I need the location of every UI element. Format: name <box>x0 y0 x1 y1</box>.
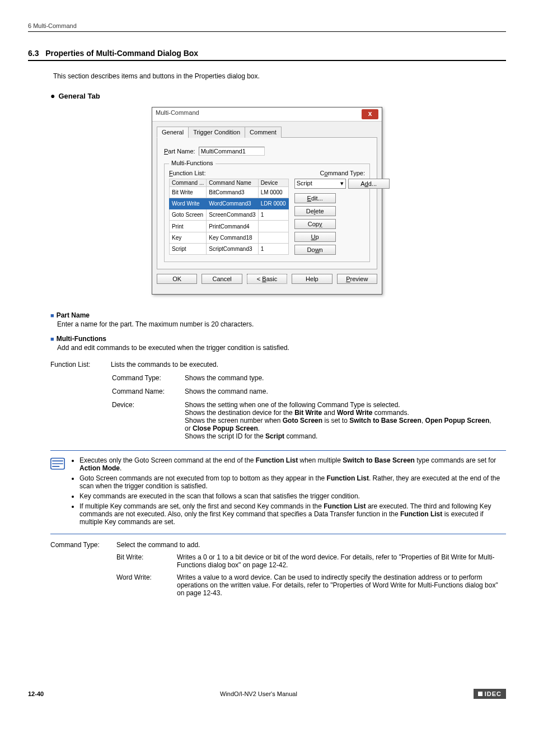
note-block: Executes only the Goto Screen command at… <box>50 450 506 528</box>
command-type-desc: Shows the command type. <box>185 372 500 384</box>
cell-device <box>258 221 288 232</box>
page-number: 12-40 <box>28 690 44 697</box>
command-type-value: Script <box>297 180 312 186</box>
basic-button[interactable]: < Basic <box>247 274 287 284</box>
multi-command-dialog: Multi-Command x General Trigger Conditio… <box>152 107 382 295</box>
dialog-tabs: General Trigger Condition Comment <box>157 126 377 138</box>
general-tab-label: General <box>58 92 85 100</box>
command-type-label: Command Type: <box>320 170 365 176</box>
tab-comment[interactable]: Comment <box>245 127 282 138</box>
device-line4: Shows the script ID for the Script comma… <box>185 432 496 440</box>
device-line1: Shows the setting when one of the follow… <box>185 401 496 409</box>
cell-device: 1 <box>258 243 288 254</box>
cell-cmd: Word Write <box>170 198 207 209</box>
cancel-button[interactable]: Cancel <box>202 274 242 284</box>
command-name-desc: Shows the command name. <box>185 385 500 398</box>
header-rule <box>28 31 506 32</box>
table-row[interactable]: Word Write WordCommand3 LDR 0000 <box>170 198 289 209</box>
group-legend: Multi-Functions <box>169 160 216 166</box>
multi-functions-heading: Multi-Functions <box>57 335 106 343</box>
cell-name: Key Command18 <box>207 232 258 243</box>
copy-button[interactable]: Copy <box>294 219 336 229</box>
idec-logo: IDEC <box>474 689 506 699</box>
function-list-definition: Function List: Lists the commands to be … <box>50 360 506 445</box>
note-item: Goto Screen commands are not executed fr… <box>79 474 506 490</box>
section-rule <box>28 60 506 61</box>
note-item: If multiple Key commands are set, only t… <box>79 502 506 526</box>
table-row[interactable]: Bit Write BitCommand3 LM 0000 <box>170 187 289 198</box>
delete-button[interactable]: Delete <box>294 206 336 216</box>
cell-name: ScriptCommand3 <box>207 243 258 254</box>
table-row[interactable]: Print PrintCommand4 <box>170 221 289 232</box>
command-type-desc: Select the command to add. <box>116 539 506 551</box>
page-footer: 12-40 WindO/I-NV2 User's Manual IDEC <box>28 689 506 699</box>
note-item: Executes only the Goto Screen command at… <box>79 456 506 472</box>
table-row[interactable]: Goto Screen ScreenCommand3 1 <box>170 209 289 221</box>
part-name-label: Part Name: <box>164 148 195 155</box>
device-label: Device: <box>112 399 184 442</box>
note-icon <box>50 456 66 528</box>
preview-button[interactable]: Preview <box>337 274 377 284</box>
cell-name: PrintCommand4 <box>207 221 258 232</box>
ok-button[interactable]: OK <box>157 274 197 284</box>
section-title: 6.3 Properties of Multi-Command Dialog B… <box>28 49 506 58</box>
tab-trigger-condition[interactable]: Trigger Condition <box>188 127 245 138</box>
dialog-footer: OK Cancel < Basic Help Preview <box>157 269 377 290</box>
device-line3: Shows the screen number when Goto Screen… <box>185 417 496 432</box>
cell-cmd: Script <box>170 243 207 254</box>
part-name-heading: Part Name <box>57 311 90 319</box>
cell-cmd: Key <box>170 232 207 243</box>
part-name-input[interactable] <box>199 147 265 156</box>
command-name-label: Command Name: <box>112 385 184 398</box>
col-device[interactable]: Device <box>258 179 288 187</box>
dialog-titlebar: Multi-Command x <box>152 108 382 122</box>
table-row[interactable]: Script ScriptCommand3 1 <box>170 243 289 254</box>
help-button[interactable]: Help <box>292 274 332 284</box>
cell-device: LDR 0000 <box>258 198 288 209</box>
multi-functions-body: Add and edit commands to be executed whe… <box>57 344 506 352</box>
word-write-desc: Writes a value to a word device. Can be … <box>177 571 506 599</box>
cell-device <box>258 232 288 243</box>
cell-device: LM 0000 <box>258 187 288 198</box>
close-button[interactable]: x <box>362 109 378 119</box>
note-item: Key commands are executed in the scan th… <box>79 492 506 500</box>
function-list-desc: Lists the commands to be executed. <box>111 360 506 370</box>
add-button[interactable]: Add... <box>348 179 390 189</box>
section-intro: This section describes items and buttons… <box>53 72 506 80</box>
function-list-label: Function List: <box>169 170 205 176</box>
cell-name: BitCommand3 <box>207 187 258 198</box>
command-type-label: Command Type: <box>50 539 116 551</box>
edit-button[interactable]: Edit... <box>294 193 336 203</box>
command-type-select[interactable]: Script ▾ <box>294 179 346 189</box>
cell-device: 1 <box>258 209 288 221</box>
tab-suffix: Tab <box>86 92 100 100</box>
cell-cmd: Print <box>170 221 207 232</box>
function-list-label: Function List: <box>50 360 111 370</box>
cell-name: ScreenCommand3 <box>207 209 258 221</box>
down-button[interactable]: Down <box>294 245 336 255</box>
manual-name: WindO/I-NV2 User's Manual <box>220 690 297 697</box>
section-title-text: Properties of Multi-Command Dialog Box <box>45 49 198 58</box>
device-desc: Shows the setting when one of the follow… <box>185 399 500 442</box>
square-bullet-icon: ■ <box>50 312 54 319</box>
function-list-table[interactable]: Command ... Command Name Device Bit Writ… <box>169 179 289 255</box>
section-number: 6.3 <box>28 49 39 58</box>
bit-write-label: Bit Write: <box>116 551 177 571</box>
device-line2: Shows the destination device for the Bit… <box>185 409 496 417</box>
word-write-label: Word Write: <box>116 571 177 599</box>
cell-cmd: Bit Write <box>170 187 207 198</box>
cell-cmd: Goto Screen <box>170 209 207 221</box>
bullet-dot-icon: ● <box>50 91 55 100</box>
table-row[interactable]: Key Key Command18 <box>170 232 289 243</box>
square-bullet-icon: ■ <box>50 335 54 342</box>
dialog-title: Multi-Command <box>156 109 199 119</box>
col-command-name[interactable]: Command Name <box>207 179 258 187</box>
col-command[interactable]: Command ... <box>170 179 207 187</box>
tab-general[interactable]: General <box>157 127 189 138</box>
chevron-down-icon: ▾ <box>340 180 344 187</box>
up-button[interactable]: Up <box>294 232 336 242</box>
page-header: 6 Multi-Command <box>28 22 506 29</box>
command-type-definition: Command Type: Select the command to add.… <box>50 534 506 599</box>
cell-name: WordCommand3 <box>207 198 258 209</box>
bit-write-desc: Writes a 0 or 1 to a bit device or bit o… <box>177 551 506 571</box>
